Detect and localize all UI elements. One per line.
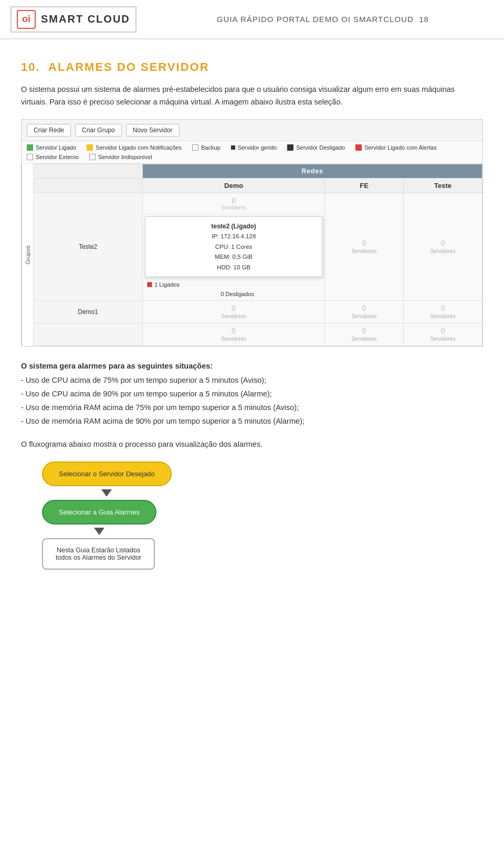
legend-item-notificacoes: Servidor Ligado com Notificações xyxy=(87,144,182,151)
server-grid: Redes Demo FE Teste Teste2 xyxy=(33,164,482,347)
col-empty xyxy=(34,178,143,193)
popup-ip: IP: 172.16.4.128 xyxy=(151,232,317,242)
section-title: 10. ALARMES DO SERVIDOR xyxy=(21,60,483,74)
legend-item-gerido: Servidor gerido xyxy=(231,144,277,151)
alarm-item-2: - Uso de CPU acima de 90% por um tempo s… xyxy=(21,387,483,401)
logo-box: oi SMART CLOUD xyxy=(10,6,136,33)
empty-corner xyxy=(34,164,143,178)
alarm-item-3: - Uso de memória RAM acima de 75% por um… xyxy=(21,401,483,414)
ligados-count: 1 Ligados xyxy=(154,281,180,288)
table-row: Demo1 0 Servidores 0 Servidores 0 xyxy=(34,301,482,323)
flowchart: Selecionar o Servidor Desejado Seleciona… xyxy=(21,462,483,570)
legend-item-alertas: Servidor Ligado com Alertas xyxy=(355,144,437,151)
popup-title: teste2 (Ligado) xyxy=(151,221,317,232)
cell-demo1-fe: 0 Servidores xyxy=(325,301,404,323)
main-content: 10. ALARMES DO SERVIDOR O sistema possui… xyxy=(0,39,504,585)
popup-cpu: CPU: 1 Cores xyxy=(151,242,317,253)
redes-header: Redes xyxy=(143,164,482,178)
legend-item-backup: Backup xyxy=(192,144,220,151)
brand-name: SMART CLOUD xyxy=(41,13,130,25)
flow-node-3: Nesta Guia Estarão Listados todos os Ala… xyxy=(42,538,155,570)
row-label-demo1: Demo1 xyxy=(34,301,143,323)
alarms-description: O sistema gera alarmes para as seguintes… xyxy=(21,359,483,427)
cell-empty-fe: 0 Servidores xyxy=(325,323,404,346)
legend-item-ligado: Servidor Ligado xyxy=(27,144,76,151)
legend-dot-yellow xyxy=(87,144,93,151)
header-title: GUIA RÁPIDO PORTAL DEMO OI SMARTCLOUD 18 xyxy=(152,15,494,24)
cell-teste2-teste: 0 Servidores xyxy=(404,193,482,301)
row-label-empty xyxy=(34,323,143,346)
cell-demo1-demo: 0 Servidores xyxy=(143,301,325,323)
cell-teste2-fe: 0 Servidores xyxy=(325,193,404,301)
desligados-count: 0 Desligados xyxy=(143,290,324,300)
legend-label: Servidor Indisponível xyxy=(98,154,152,160)
flow-step-list-alarms: Nesta Guia Estarão Listados todos os Ala… xyxy=(42,538,155,570)
col-teste: Teste xyxy=(404,178,482,193)
col-demo: Demo xyxy=(143,178,325,193)
alarm-item-4: - Uso de memória RAM acima de 90% por um… xyxy=(21,414,483,428)
server-grid-wrapper: Grupos Redes Demo FE Teste xyxy=(22,164,482,347)
legend-item-externo: Servidor Externo xyxy=(27,154,79,160)
cell-demo1-teste: 0 Servidores xyxy=(404,301,482,323)
flow-arrow-1 xyxy=(101,489,112,497)
flow-step-select-alarms: Selecionar a Guia Alarmes xyxy=(42,500,156,525)
toolbar: Criar Rede Criar Grupo Novo Servidor xyxy=(22,120,482,141)
legend-dot-empty xyxy=(192,144,198,151)
screenshot-box: Criar Rede Criar Grupo Novo Servidor Ser… xyxy=(21,119,483,347)
table-row: Teste2 0 Servidores teste2 (Ligado) xyxy=(34,193,482,301)
flow-step-select-server: Selecionar o Servidor Desejado xyxy=(42,462,172,486)
legend-label: Servidor Ligado com Alertas xyxy=(364,144,437,151)
legend-dot-green xyxy=(27,144,33,151)
flowchart-intro: O fluxograma abaixo mostra o processo pa… xyxy=(21,438,483,451)
cell-empty-teste: 0 Servidores xyxy=(404,323,482,346)
popup-cell: 0 Servidores teste2 (Ligado) IP: 172.16.… xyxy=(143,193,325,301)
legend-label: Servidor Ligado xyxy=(36,144,76,151)
flow-arrow-2 xyxy=(94,528,104,535)
novo-servidor-button[interactable]: Novo Servidor xyxy=(126,124,180,137)
legend-item-desligado: Servidor Desligado xyxy=(287,144,345,151)
legend-item-indisponivel: Servidor Indisponível xyxy=(89,154,152,160)
flow-node-1: Selecionar o Servidor Desejado xyxy=(42,462,172,500)
col-fe: FE xyxy=(325,178,404,193)
legend-label: Servidor gerido xyxy=(238,144,277,151)
legend-dot-small-black xyxy=(231,145,235,150)
row-label-teste2: Teste2 xyxy=(34,193,143,301)
legend-label: Backup xyxy=(201,144,220,151)
popup-mem: MEM: 0,5 GiB xyxy=(151,252,317,263)
legend-label: Servidor Ligado com Notificações xyxy=(96,144,182,151)
grid-table: Redes Demo FE Teste Teste2 xyxy=(33,164,482,347)
flow-node-2: Selecionar a Guia Alarmes xyxy=(42,500,156,538)
legend-dot-black xyxy=(287,144,293,151)
criar-grupo-button[interactable]: Criar Grupo xyxy=(75,124,122,137)
popup-hdd: HDD: 10 GB xyxy=(151,263,317,273)
legend-dot-red xyxy=(355,144,362,151)
alarm-item-1: - Uso de CPU acima de 75% por um tempo s… xyxy=(21,373,483,387)
legend-bar: Servidor Ligado Servidor Ligado com Noti… xyxy=(22,141,482,164)
table-row: 0 Servidores 0 Servidores 0 Servidores xyxy=(34,323,482,346)
header: oi SMART CLOUD GUIA RÁPIDO PORTAL DEMO O… xyxy=(0,0,504,39)
alarms-intro: O sistema gera alarmes para as seguintes… xyxy=(21,362,213,370)
legend-label: Servidor Desligado xyxy=(296,144,345,151)
legend-dot-empty3 xyxy=(89,154,96,160)
cell-empty-demo: 0 Servidores xyxy=(143,323,325,346)
grupos-label: Grupos xyxy=(22,164,33,347)
legend-dot-empty2 xyxy=(27,154,33,160)
criar-rede-button[interactable]: Criar Rede xyxy=(27,124,71,137)
oi-logo-icon: oi xyxy=(17,10,36,29)
intro-paragraph: O sistema possui um sistema de alarmes p… xyxy=(21,83,483,109)
legend-label: Servidor Externo xyxy=(36,154,79,160)
